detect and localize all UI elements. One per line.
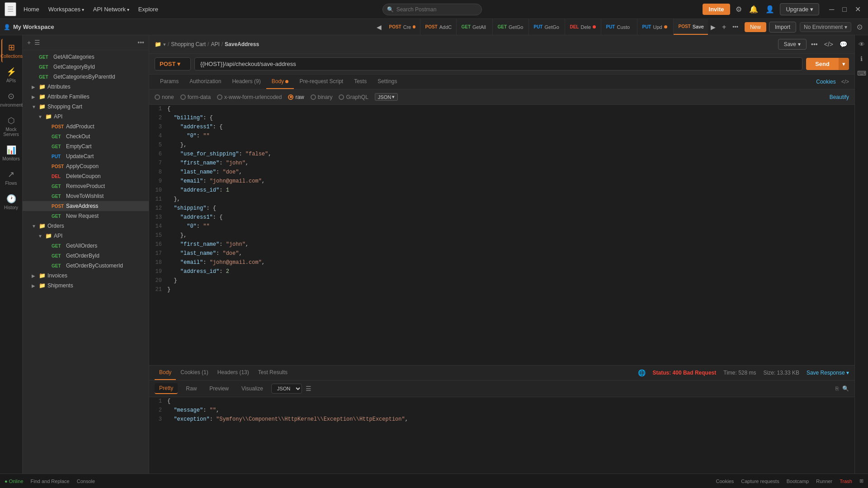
tree-item-get-movetowishlist[interactable]: GETMoveToWishlist xyxy=(23,191,149,201)
response-body-editor[interactable]: 1{2 "message": "",3 "exception": "Symfon… xyxy=(149,397,854,474)
json-format-selector[interactable]: JSON ▾ xyxy=(375,93,398,101)
new-tab-button[interactable]: + xyxy=(718,23,730,31)
tree-item-get-removeproduct[interactable]: GETRemoveProduct xyxy=(23,181,149,191)
resp-tab-body[interactable]: Body xyxy=(155,366,176,380)
tab-pre-request-script[interactable]: Pre-request Script xyxy=(294,75,349,89)
tree-item-post-applycoupon[interactable]: POSTApplyCoupon xyxy=(23,161,149,171)
send-dropdown-button[interactable]: ▾ xyxy=(839,58,849,70)
more-options-button[interactable]: ••• xyxy=(809,39,820,50)
nav-api-network[interactable]: API Network xyxy=(90,4,133,14)
body-type-raw[interactable]: raw xyxy=(288,94,304,100)
avatar[interactable]: 👤 xyxy=(764,3,776,15)
send-button[interactable]: Send xyxy=(806,58,839,70)
tab-params[interactable]: Params xyxy=(155,75,184,89)
trash-button[interactable]: Trash xyxy=(840,479,852,484)
sidebar-item-mock-servers[interactable]: ⬡ Mock Servers xyxy=(1,112,21,141)
env-selector[interactable]: No Environment ▾ xyxy=(800,22,851,32)
tree-item-get-getorderbyid[interactable]: GETGetOrderById xyxy=(23,251,149,261)
tree-item-shipments[interactable]: ▶📁Shipments xyxy=(23,281,149,291)
tree-item-del-deletecoupon[interactable]: DELDeleteCoupon xyxy=(23,171,149,181)
tree-item-api[interactable]: ▼📁API xyxy=(23,112,149,122)
code-editor-toggle[interactable]: </> xyxy=(841,79,849,85)
add-collection-button[interactable]: + xyxy=(27,39,31,46)
tab-dele[interactable]: DELDele xyxy=(565,19,601,35)
resp-body-tab-preview[interactable]: Preview xyxy=(205,384,233,394)
tabs-next-button[interactable]: ▶ xyxy=(708,23,718,31)
nav-workspaces[interactable]: Workspaces xyxy=(45,4,88,14)
tab-authorization[interactable]: Authorization xyxy=(184,75,226,89)
tree-item-post-addproduct[interactable]: POSTAddProduct xyxy=(23,122,149,131)
invite-button[interactable]: Invite xyxy=(703,4,731,15)
tree-item-put-updatecart[interactable]: PUTUpdateCart xyxy=(23,151,149,161)
tree-item-get-checkout[interactable]: GETCheckOut xyxy=(23,131,149,141)
right-panel-icon[interactable]: ℹ xyxy=(859,53,864,64)
close-button[interactable]: ✕ xyxy=(852,4,863,14)
more-tabs-button[interactable]: ••• xyxy=(730,24,741,30)
tab-settings[interactable]: Settings xyxy=(372,75,402,89)
tree-item-invoices[interactable]: ▶📁Invoices xyxy=(23,271,149,281)
resp-tab-cookies[interactable]: Cookies (1) xyxy=(176,366,212,380)
upgrade-button[interactable]: Upgrade ▾ xyxy=(780,3,819,15)
capture-button[interactable]: Capture requests xyxy=(741,479,779,484)
breadcrumb-folder[interactable]: Shopping Cart xyxy=(171,41,206,47)
copy-icon[interactable]: ⎘ xyxy=(835,385,839,392)
runner-button[interactable]: Runner xyxy=(816,479,832,484)
settings-icon[interactable]: ⚙ xyxy=(734,3,744,15)
tree-item-attributes[interactable]: ▶📁Attributes xyxy=(23,82,149,92)
sidebar-item-environments[interactable]: ⊙ Environments xyxy=(1,88,21,111)
cookies-button[interactable]: Cookies xyxy=(716,479,734,484)
tab-cre[interactable]: POSTCre xyxy=(384,19,420,35)
search-input[interactable] xyxy=(382,4,482,15)
tree-item-get-getcategoriesbyparentid[interactable]: GETGetCategoriesByParentId xyxy=(23,72,149,82)
tree-item-orders[interactable]: ▼📁Orders xyxy=(23,221,149,231)
breadcrumb-folder2[interactable]: API xyxy=(211,41,219,47)
resp-format-selector[interactable]: JSON xyxy=(271,384,302,394)
tabs-prev-button[interactable]: ◀ xyxy=(374,23,384,31)
layout-button[interactable]: ⊞ xyxy=(859,478,863,484)
tree-item-shopping-cart[interactable]: ▼📁Shopping Cart xyxy=(23,102,149,112)
body-type-none[interactable]: none xyxy=(155,94,174,100)
minimize-button[interactable]: ─ xyxy=(826,5,837,14)
tree-item-get-getcategorybyid[interactable]: GETGetCategoryById xyxy=(23,62,149,72)
tree-item-get-emptycart[interactable]: GETEmptyCart xyxy=(23,141,149,151)
more-options-icon[interactable]: ••• xyxy=(137,39,144,46)
beautify-button[interactable]: Beautify xyxy=(830,94,849,100)
resp-tab-headers[interactable]: Headers (13) xyxy=(213,366,254,380)
save-button[interactable]: Save ▾ xyxy=(778,39,807,50)
resp-tab-test-results[interactable]: Test Results xyxy=(254,366,292,380)
save-response-button[interactable]: Save Response ▾ xyxy=(807,370,849,376)
body-type-binary[interactable]: binary xyxy=(311,94,333,100)
sidebar-item-apis[interactable]: ⚡ APIs xyxy=(1,63,21,87)
tab-getgo[interactable]: GETGetGo xyxy=(493,19,529,35)
filter-icon[interactable]: ☰ xyxy=(306,385,311,392)
tree-item-post-saveaddress[interactable]: POSTSaveAddress xyxy=(23,201,149,211)
maximize-button[interactable]: □ xyxy=(840,5,849,14)
resp-body-tab-visualize[interactable]: Visualize xyxy=(237,384,268,394)
tab-getall[interactable]: GETGetAll xyxy=(457,19,493,35)
tab-addc[interactable]: POSTAddC xyxy=(420,19,457,35)
nav-home[interactable]: Home xyxy=(20,4,43,14)
console-button[interactable]: Console xyxy=(77,479,95,484)
sidebar-item-history[interactable]: 🕐 History xyxy=(1,190,21,214)
env-settings-icon[interactable]: ⊙ xyxy=(855,21,864,33)
tree-item-get-getallcategories[interactable]: GETGetAllCategories xyxy=(23,52,149,62)
tab-custo[interactable]: PUTCusto xyxy=(601,19,637,35)
tab-body[interactable]: Body xyxy=(266,75,294,89)
new-button[interactable]: New xyxy=(745,22,766,32)
sidebar-item-flows[interactable]: ↗ Flows xyxy=(1,166,21,189)
sidebar-item-collections[interactable]: ⊞ Collections xyxy=(1,39,21,62)
env-quick-look-icon[interactable]: 👁 xyxy=(857,39,867,50)
find-replace-button[interactable]: Find and Replace xyxy=(31,479,70,484)
tab-tests[interactable]: Tests xyxy=(349,75,372,89)
request-body-editor[interactable]: 1{2 "billing": {3 "address1": {4 "0": ""… xyxy=(149,105,854,365)
search-icon[interactable]: 🔍 xyxy=(842,385,849,392)
resp-body-tab-pretty[interactable]: Pretty xyxy=(155,383,178,394)
nav-explore[interactable]: Explore xyxy=(135,4,162,14)
tab-headers[interactable]: Headers (9) xyxy=(226,75,266,89)
tree-item-get-new-request[interactable]: GETNew Request xyxy=(23,211,149,221)
body-type-graphql[interactable]: GraphQL xyxy=(339,94,368,100)
tree-item-api[interactable]: ▼📁API xyxy=(23,231,149,241)
import-button[interactable]: Import xyxy=(769,22,796,33)
keyboard-shortcuts-icon[interactable]: ⌨ xyxy=(855,68,868,79)
sidebar-item-monitors[interactable]: 📊 Monitors xyxy=(1,141,21,165)
